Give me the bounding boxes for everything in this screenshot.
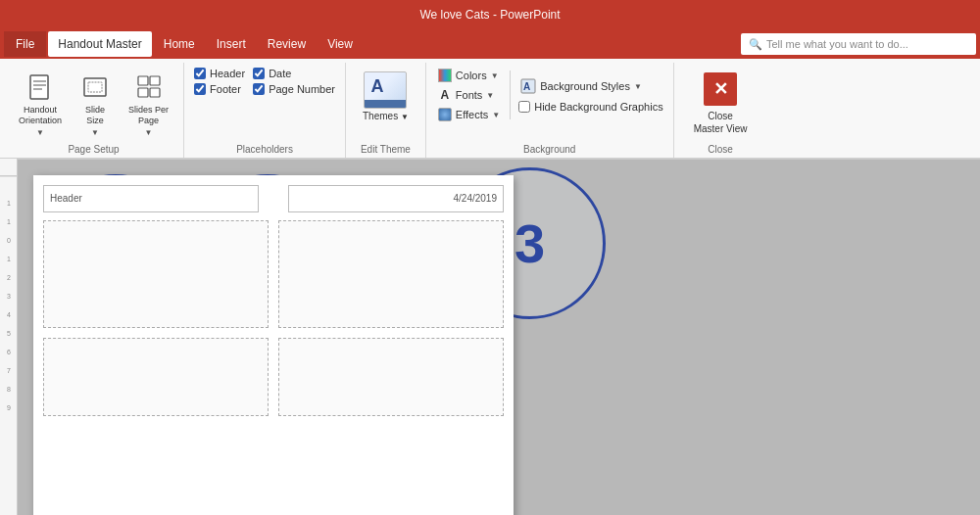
slide-page: Header 4/24/2019 bbox=[33, 175, 514, 515]
edit-theme-label: Edit Theme bbox=[361, 142, 411, 158]
menu-handout-master[interactable]: Handout Master bbox=[48, 31, 151, 57]
ruler-vertical: 1 1 0 1 2 3 4 5 6 7 8 9 bbox=[0, 159, 18, 515]
fonts-label: Fonts bbox=[456, 89, 483, 101]
colors-button[interactable]: Colors ▼ bbox=[434, 67, 504, 84]
handout-orientation-arrow: ▼ bbox=[36, 128, 44, 137]
ribbon-group-page-setup: HandoutOrientation ▼ SlideSize ▼ bbox=[4, 63, 184, 158]
ribbon-group-close: ✕ CloseMaster View Close bbox=[674, 63, 767, 158]
footer-checkbox-item[interactable]: Footer bbox=[192, 82, 247, 96]
main-area: 1 1 0 1 2 3 4 5 6 7 8 9 9 8 7 6 5 4 3 bbox=[0, 159, 980, 515]
fonts-button[interactable]: A Fonts ▼ bbox=[434, 86, 504, 104]
svg-rect-4 bbox=[84, 78, 106, 96]
header-label: Header bbox=[210, 68, 245, 79]
close-group-label: Close bbox=[708, 142, 733, 158]
slide-size-arrow: ▼ bbox=[91, 128, 99, 137]
svg-rect-9 bbox=[150, 88, 160, 97]
canvas-container: 9 8 7 6 5 4 3 2 1 0 1 2 3 4 5 6 7 8 9 bbox=[18, 159, 980, 515]
svg-text:3: 3 bbox=[7, 293, 11, 300]
footer-label: Footer bbox=[210, 83, 241, 95]
background-right-items: A Background Styles ▼ Hide Background Gr… bbox=[516, 67, 664, 123]
placeholders-content: Header Footer Date Page Number bbox=[192, 65, 337, 142]
svg-text:0: 0 bbox=[7, 237, 11, 244]
svg-text:5: 5 bbox=[7, 330, 11, 337]
theme-preview bbox=[364, 71, 407, 109]
colors-swatch bbox=[438, 69, 452, 82]
hide-bg-graphics-label: Hide Background Graphics bbox=[534, 101, 662, 113]
svg-text:1: 1 bbox=[7, 200, 11, 207]
themes-label: Themes ▼ bbox=[363, 111, 409, 121]
colors-arrow: ▼ bbox=[491, 71, 499, 80]
placeholders-label: Placeholders bbox=[236, 142, 293, 158]
fonts-icon: A bbox=[438, 88, 452, 102]
slide-box-2 bbox=[278, 220, 504, 328]
ribbon-group-background: Colors ▼ A Fonts ▼ Effects ▼ bbox=[426, 63, 674, 158]
background-styles-label: Background Styles bbox=[540, 80, 630, 92]
close-content: ✕ CloseMaster View bbox=[682, 65, 760, 142]
handout-orientation-label: HandoutOrientation bbox=[19, 105, 62, 126]
close-master-view-button[interactable]: ✕ CloseMaster View bbox=[682, 67, 760, 141]
background-styles-arrow: ▼ bbox=[634, 82, 642, 91]
slide-header-left: Header bbox=[43, 185, 259, 212]
ruler-vertical-ticks: 1 1 0 1 2 3 4 5 6 7 8 9 bbox=[0, 176, 18, 515]
menu-review[interactable]: Review bbox=[258, 31, 316, 57]
slide-size-icon bbox=[79, 71, 111, 103]
menu-view[interactable]: View bbox=[318, 31, 363, 57]
date-label: Date bbox=[269, 68, 291, 79]
effects-icon bbox=[438, 108, 452, 121]
header-checkbox-item[interactable]: Header bbox=[192, 67, 247, 80]
background-label: Background bbox=[523, 142, 575, 158]
ribbon-group-edit-theme: Themes ▼ Edit Theme bbox=[346, 63, 426, 158]
menu-file[interactable]: File bbox=[4, 31, 46, 57]
slides-per-page-icon bbox=[133, 71, 165, 103]
slide-slides-row-top bbox=[43, 220, 504, 328]
page-number-checkbox-item[interactable]: Page Number bbox=[251, 82, 337, 96]
svg-text:A: A bbox=[523, 81, 530, 92]
placeholders-col-right: Date Page Number bbox=[251, 67, 337, 96]
slides-per-page-button[interactable]: Slides PerPage ▼ bbox=[122, 67, 175, 142]
slide-box-3 bbox=[43, 338, 269, 416]
bg-divider bbox=[510, 70, 511, 119]
handout-orientation-icon bbox=[24, 71, 56, 103]
background-styles-button[interactable]: A Background Styles ▼ bbox=[516, 76, 664, 96]
page-number-checkbox[interactable] bbox=[253, 83, 265, 95]
slide-header-right: 4/24/2019 bbox=[288, 185, 504, 212]
svg-rect-0 bbox=[30, 75, 48, 99]
title-text: We love Cats - PowerPoint bbox=[419, 8, 560, 22]
background-content: Colors ▼ A Fonts ▼ Effects ▼ bbox=[434, 65, 665, 142]
handout-orientation-button[interactable]: HandoutOrientation ▼ bbox=[12, 67, 69, 142]
effects-label: Effects bbox=[456, 109, 488, 120]
effects-button[interactable]: Effects ▼ bbox=[434, 106, 504, 123]
date-checkbox[interactable] bbox=[253, 68, 265, 79]
edit-theme-content: Themes ▼ bbox=[354, 65, 417, 142]
background-left-items: Colors ▼ A Fonts ▼ Effects ▼ bbox=[434, 67, 504, 123]
hide-bg-graphics-item[interactable]: Hide Background Graphics bbox=[516, 100, 664, 114]
svg-text:4: 4 bbox=[7, 311, 11, 318]
themes-button[interactable]: Themes ▼ bbox=[354, 67, 417, 126]
colors-label: Colors bbox=[456, 70, 487, 81]
slide-size-label: SlideSize bbox=[85, 105, 105, 126]
svg-rect-7 bbox=[150, 76, 160, 85]
svg-text:2: 2 bbox=[7, 274, 11, 281]
svg-text:1: 1 bbox=[7, 218, 11, 225]
search-placeholder: Tell me what you want to do... bbox=[766, 38, 908, 50]
slide-box-1 bbox=[43, 220, 269, 328]
footer-checkbox[interactable] bbox=[194, 83, 206, 95]
svg-text:8: 8 bbox=[7, 386, 11, 393]
menu-insert[interactable]: Insert bbox=[207, 31, 256, 57]
date-checkbox-item[interactable]: Date bbox=[251, 67, 337, 80]
slide-size-button[interactable]: SlideSize ▼ bbox=[73, 67, 118, 142]
slides-per-page-arrow: ▼ bbox=[145, 128, 153, 137]
slide-header-row: Header 4/24/2019 bbox=[43, 185, 504, 212]
circle-3-number: 3 bbox=[514, 211, 545, 275]
slide-date-text: 4/24/2019 bbox=[454, 193, 498, 204]
title-bar: We love Cats - PowerPoint bbox=[0, 0, 980, 29]
slides-per-page-label: Slides PerPage bbox=[128, 105, 169, 126]
close-x-icon: ✕ bbox=[704, 72, 737, 106]
effects-arrow: ▼ bbox=[492, 111, 500, 119]
menu-home[interactable]: Home bbox=[154, 31, 205, 57]
hide-bg-graphics-checkbox[interactable] bbox=[518, 101, 530, 113]
svg-rect-6 bbox=[138, 76, 148, 85]
search-box[interactable]: 🔍 Tell me what you want to do... bbox=[741, 33, 976, 55]
header-checkbox[interactable] bbox=[194, 68, 206, 79]
slide-area: 1 2 3 Header 4/24/20 bbox=[18, 160, 980, 515]
